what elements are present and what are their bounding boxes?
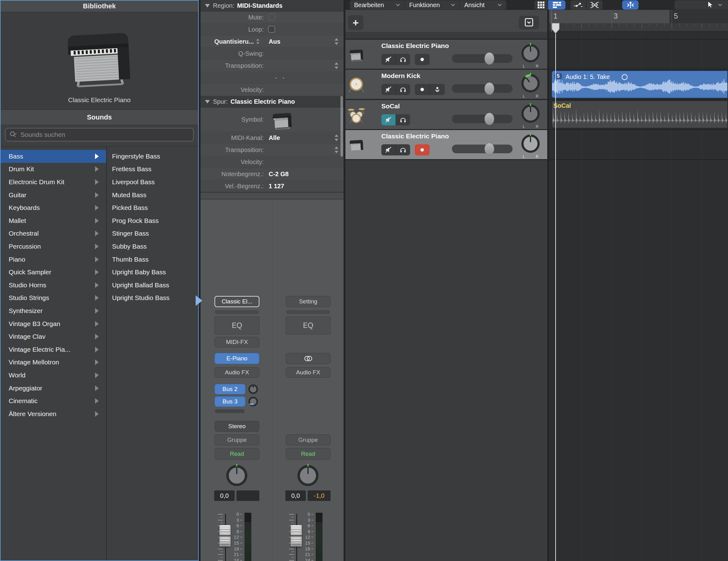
mute-button[interactable] xyxy=(381,114,396,125)
track-header-2[interactable]: Modern KickLR xyxy=(345,70,547,99)
sound-item[interactable]: Liverpool Bass xyxy=(107,176,197,189)
eq-slot[interactable]: EQ xyxy=(286,316,331,334)
sound-item[interactable]: Upright Baby Bass xyxy=(107,266,197,279)
pan-knob[interactable]: LR xyxy=(521,102,540,128)
vel-range-value[interactable]: 1 127 xyxy=(269,180,284,192)
sound-item[interactable]: Prog Rock Bass xyxy=(107,214,197,227)
volume-slider[interactable] xyxy=(452,54,513,63)
automation-icon[interactable] xyxy=(570,0,586,10)
playhead-handle[interactable] xyxy=(552,23,560,34)
catch-playhead-icon[interactable] xyxy=(622,0,639,10)
sidebar-item-bass[interactable]: Bass xyxy=(1,150,106,163)
sound-item[interactable]: Stinger Bass xyxy=(107,227,197,240)
pan-knob[interactable]: LR xyxy=(521,42,540,68)
solo-button[interactable] xyxy=(396,144,410,155)
pan-knob[interactable] xyxy=(224,463,249,487)
solo-button[interactable] xyxy=(396,114,410,125)
group-button[interactable]: Gruppe xyxy=(286,434,331,446)
output-button[interactable]: Stereo xyxy=(215,421,259,432)
send-knob[interactable] xyxy=(248,396,259,407)
solo-button[interactable] xyxy=(396,84,410,95)
menu-funktionen[interactable]: Funktionen xyxy=(405,0,460,10)
mute-button[interactable] xyxy=(381,54,396,65)
inspector-scrollbar[interactable] xyxy=(340,96,343,157)
quantize-stepper-icon[interactable] xyxy=(256,38,259,45)
instrument-slot[interactable]: E-Piano xyxy=(215,353,259,364)
menu-ansicht[interactable]: Ansicht xyxy=(460,0,506,10)
audio-fx-slot[interactable]: Audio FX xyxy=(286,367,331,378)
sidebar-item-studio-strings[interactable]: Studio Strings xyxy=(1,292,106,305)
region-section-header[interactable]: Region: MIDI-Standards xyxy=(201,0,344,11)
sidebar-item--ltere-versionen[interactable]: Ältere Versionen xyxy=(1,407,106,420)
pan-knob[interactable]: LR xyxy=(521,133,540,159)
sound-item[interactable]: Upright Ballad Bass xyxy=(107,279,197,292)
record-button[interactable] xyxy=(415,144,430,155)
volume-slider-thumb[interactable] xyxy=(484,143,494,155)
sidebar-item-synthesizer[interactable]: Synthesizer xyxy=(1,304,106,317)
drummer-region[interactable]: SoCal xyxy=(551,100,728,128)
add-track-button[interactable]: + xyxy=(348,15,363,30)
disclosure-triangle-icon[interactable] xyxy=(205,100,210,103)
track-section-header[interactable]: Spur: Classic Electric Piano xyxy=(201,96,344,107)
track-header-1[interactable]: Classic Electric PianoLR xyxy=(345,40,547,69)
sound-item[interactable]: Upright Studio Bass xyxy=(107,292,197,305)
volume-slider-thumb[interactable] xyxy=(484,113,494,125)
volume-slider[interactable] xyxy=(452,84,513,93)
sound-item[interactable]: Thumb Bass xyxy=(107,253,197,266)
sidebar-item-arpeggiator[interactable]: Arpeggiator xyxy=(1,382,106,395)
sound-item[interactable]: Subby Bass xyxy=(107,240,197,253)
midi-channel-stepper-icon[interactable] xyxy=(334,134,339,142)
send-bus2-button[interactable]: Bus 2 xyxy=(215,384,245,394)
channel-setting-button[interactable]: Classic El... xyxy=(215,296,259,307)
sidebar-item-percussion[interactable]: Percussion xyxy=(1,240,106,253)
sidebar-item-quick-sampler[interactable]: Quick Sampler xyxy=(1,266,106,279)
sidebar-item-studio-horns[interactable]: Studio Horns xyxy=(1,279,106,292)
sidebar-item-piano[interactable]: Piano xyxy=(1,253,106,266)
input-monitor-button[interactable] xyxy=(430,84,445,95)
record-button[interactable] xyxy=(415,54,430,65)
fader-cap[interactable] xyxy=(219,525,231,547)
quantize-stepper-right-icon[interactable] xyxy=(334,37,339,46)
note-range-value[interactable]: C-2 G8 xyxy=(269,168,288,180)
sound-item[interactable]: Picked Bass xyxy=(107,201,197,214)
sound-item[interactable]: Muted Bass xyxy=(107,189,197,202)
audio-fx-slot[interactable]: Audio FX xyxy=(215,367,259,378)
track-header-3[interactable]: SoCalLR xyxy=(345,100,547,129)
sidebar-item-orchestral[interactable]: Orchestral xyxy=(1,227,106,240)
track-lane-column[interactable]: 5Audio 1: 5. TakeSoCal xyxy=(549,32,728,561)
search-input[interactable] xyxy=(20,131,170,139)
menu-bearbeiten[interactable]: Bearbeiten xyxy=(350,0,405,10)
sound-item[interactable]: Fretless Bass xyxy=(107,163,197,176)
sidebar-item-mallet[interactable]: Mallet xyxy=(1,214,106,227)
global-tracks-toggle[interactable] xyxy=(519,16,539,29)
search-field[interactable] xyxy=(5,128,194,141)
volume-slider[interactable] xyxy=(452,115,513,123)
fader-cap[interactable] xyxy=(291,525,302,547)
list-view-icon[interactable] xyxy=(548,0,565,10)
track-transposition-stepper-icon[interactable] xyxy=(334,146,339,154)
volume-value[interactable]: 0,0 xyxy=(285,490,306,501)
grid-view-icon[interactable] xyxy=(534,0,548,10)
mute-button[interactable] xyxy=(381,84,396,95)
ruler-bar-row-dark[interactable] xyxy=(669,10,728,23)
pan-knob[interactable]: LR xyxy=(521,72,540,98)
sidebar-item-vintage-clav[interactable]: Vintage Clav xyxy=(1,330,106,343)
disclosure-triangle-icon[interactable] xyxy=(205,4,210,7)
eq-slot[interactable]: EQ xyxy=(215,316,259,334)
send-knob[interactable] xyxy=(248,384,259,395)
automation-mode-button[interactable]: Read xyxy=(215,448,259,460)
transposition-stepper-icon[interactable] xyxy=(334,62,339,70)
volume-slider-thumb[interactable] xyxy=(484,52,494,65)
sidebar-item-cinematic[interactable]: Cinematic xyxy=(1,394,106,407)
sidebar-item-electronic-drum-kit[interactable]: Electronic Drum Kit xyxy=(1,176,106,189)
audio-region[interactable]: 5Audio 1: 5. Take xyxy=(551,70,728,98)
header-lane-divider[interactable] xyxy=(547,10,549,561)
midi-fx-slot[interactable]: MIDI-FX xyxy=(215,337,259,347)
volume-slider[interactable] xyxy=(452,145,513,153)
midi-channel-value[interactable]: Alle xyxy=(269,132,280,144)
sidebar-item-vintage-electric-pia-[interactable]: Vintage Electric Pia... xyxy=(1,343,106,356)
automation-mode-button[interactable]: Read xyxy=(286,448,331,460)
take-circle-icon[interactable] xyxy=(621,74,628,80)
channel-setting-button[interactable]: Setting xyxy=(286,296,331,307)
record-button[interactable] xyxy=(415,84,430,95)
